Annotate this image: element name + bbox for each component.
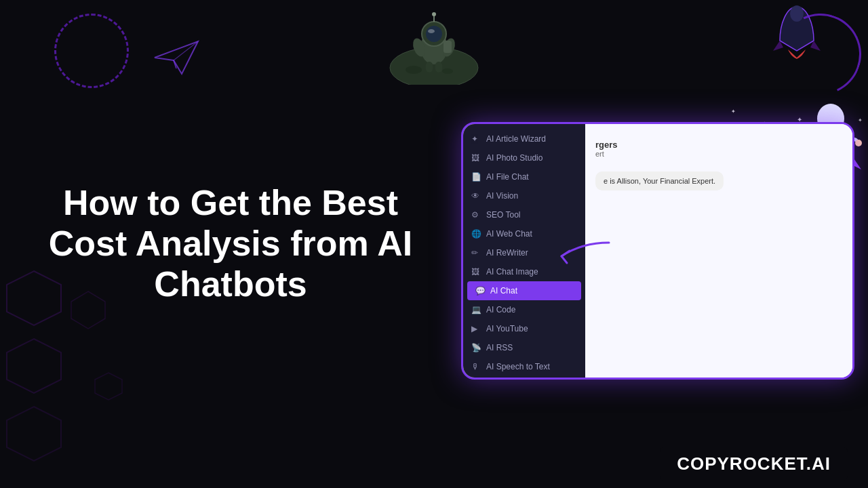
panel-title: rgers xyxy=(595,140,842,150)
svg-point-6 xyxy=(426,26,442,42)
svg-rect-10 xyxy=(426,62,433,73)
paper-plane-decoration xyxy=(149,37,203,78)
svg-rect-11 xyxy=(435,62,442,73)
sidebar-item-ai-code[interactable]: 💻 AI Code xyxy=(463,300,585,319)
svg-point-3 xyxy=(442,68,453,74)
arrow-pointer xyxy=(548,229,616,270)
sidebar-item-vision[interactable]: 👁 AI Vision xyxy=(463,186,585,205)
vision-icon: 👁 xyxy=(471,191,481,201)
ui-panel: ✦ AI Article Wizard 🖼 AI Photo Studio 📄 … xyxy=(461,122,854,380)
rocket-top-right-decoration xyxy=(773,3,821,71)
panel-content: rgers ert e is Allison, Your Financial E… xyxy=(585,124,852,378)
svg-marker-18 xyxy=(7,407,61,461)
sidebar-item-file-chat[interactable]: 📄 AI File Chat xyxy=(463,167,585,186)
chat-image-icon: 🖼 xyxy=(471,267,481,277)
main-heading: How to Get the Best Cost Analysis from A… xyxy=(34,183,427,304)
svg-point-5 xyxy=(422,22,446,46)
rss-icon: 📡 xyxy=(471,343,481,352)
ai-code-icon: 💻 xyxy=(471,305,481,314)
sidebar-item-ai-chat[interactable]: 💬 AI Chat xyxy=(467,281,581,300)
svg-point-9 xyxy=(441,37,458,58)
web-chat-icon: 🌐 xyxy=(471,229,481,239)
svg-point-8 xyxy=(411,37,428,58)
youtube-icon: ▶ xyxy=(471,324,481,333)
panel-subtitle: ert xyxy=(595,150,842,158)
svg-point-7 xyxy=(428,29,435,33)
svg-point-0 xyxy=(390,47,478,85)
chat-bubble: e is Allison, Your Financial Expert. xyxy=(595,171,724,190)
article-wizard-icon: ✦ xyxy=(471,134,481,144)
sparkle-3: ✦ xyxy=(731,108,736,115)
svg-point-14 xyxy=(432,12,436,16)
sidebar-item-rss[interactable]: 📡 AI RSS xyxy=(463,338,585,357)
svg-point-4 xyxy=(420,30,448,64)
sidebar-item-article-wizard[interactable]: ✦ AI Article Wizard xyxy=(463,129,585,148)
svg-point-15 xyxy=(790,5,804,22)
sidebar-item-speech-to-text[interactable]: 🎙 AI Speech to Text xyxy=(463,357,585,376)
sidebar-item-voiceover[interactable]: 🔊 AI Voiceover xyxy=(463,376,585,378)
svg-rect-12 xyxy=(443,41,452,53)
sidebar-item-youtube[interactable]: ▶ AI YouTube xyxy=(463,319,585,338)
brand-bar: COPYROCKET.AI xyxy=(660,447,848,481)
dashed-circle-decoration xyxy=(54,14,129,88)
svg-point-2 xyxy=(406,66,422,74)
speech-icon: 🎙 xyxy=(471,362,481,371)
svg-marker-17 xyxy=(7,339,61,393)
arc-decoration xyxy=(768,2,868,106)
ui-panel-wrapper: ✦ ✦ ✦ AI Article Wizard 🖼 AI Photo Studi… xyxy=(461,122,868,407)
file-chat-icon: 📄 xyxy=(471,172,481,182)
sidebar-item-seo-tool[interactable]: ⚙ SEO Tool xyxy=(463,205,585,224)
svg-point-31 xyxy=(855,140,862,146)
rewriter-icon: ✏ xyxy=(471,248,481,258)
ai-chat-icon: 💬 xyxy=(475,286,485,296)
astronaut-moon-decoration xyxy=(380,3,488,85)
svg-text:✦: ✦ xyxy=(858,117,863,123)
svg-point-1 xyxy=(390,47,478,85)
seo-icon: ⚙ xyxy=(471,210,481,220)
sidebar-item-photo-studio[interactable]: 🖼 AI Photo Studio xyxy=(463,148,585,167)
svg-marker-20 xyxy=(95,373,122,400)
photo-studio-icon: 🖼 xyxy=(471,153,481,163)
